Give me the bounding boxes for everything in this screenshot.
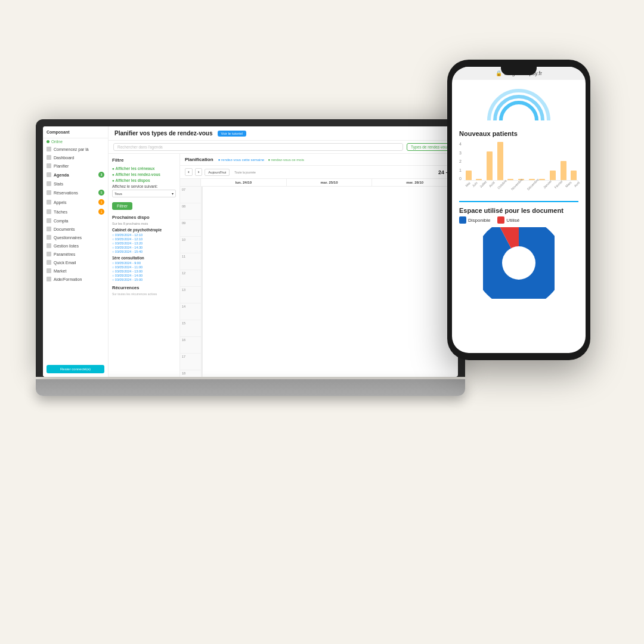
nav-next-button[interactable]: ›	[195, 168, 203, 176]
time-18: 18	[180, 370, 201, 377]
bar-jan-fill	[539, 179, 545, 180]
y-4: 4	[459, 142, 462, 146]
phone-outer: 🔒 magestionpsy.fr	[447, 60, 590, 360]
time-08: 08	[180, 203, 201, 220]
sidebar-brand: Composant	[43, 126, 108, 138]
sidebar-item-gestion[interactable]: Gestion listes	[43, 242, 108, 250]
sidebar-item-planifier[interactable]: Planifier	[43, 162, 108, 170]
xlabel-avril: Avril	[573, 181, 580, 188]
sidebar-item-dashboard[interactable]: Dashboard	[43, 153, 108, 162]
prochaines-section: Prochaines dispo Sur les 8 prochains moi…	[112, 215, 176, 296]
check-icon	[47, 209, 51, 214]
bar-mai-fill	[466, 171, 472, 180]
slot-c1[interactable]: ○ 03/05/2024 - 9:00	[112, 261, 176, 265]
filter-title: Filtre	[112, 157, 176, 163]
radial-svg	[483, 85, 555, 126]
sidebar-item-parametres[interactable]: Paramètres	[43, 250, 108, 258]
sidebar-item-reservations[interactable]: Réservations 5	[43, 188, 108, 197]
sidebar-item-market[interactable]: Market	[43, 267, 108, 275]
event-d2-pink[interactable]	[202, 304, 203, 327]
tutorial-button[interactable]: Voir le tutoriel	[218, 131, 246, 137]
filter-option-dispos[interactable]: ● Afficher les dispos	[112, 178, 176, 182]
today-button[interactable]: Aujourd'hui	[205, 169, 230, 176]
slot-2[interactable]: ○ 03/05/2024 - 12:10	[112, 237, 176, 241]
phone-screen: 🔒 magestionpsy.fr	[452, 67, 586, 353]
y-axis: 4 3 2 1 0	[459, 142, 462, 181]
sidebar-item-agenda[interactable]: Agenda 3	[43, 170, 108, 179]
online-dot	[47, 140, 49, 143]
y-0: 0	[459, 177, 462, 181]
time-column: 07 08 09 10 11 12 13 14 15 16	[180, 187, 201, 377]
slot-5[interactable]: ○ 03/05/2024 - 15:40	[112, 250, 176, 253]
sidebar-item-quickemail[interactable]: Quick Email	[43, 258, 108, 267]
sidebar-item-documents[interactable]: Documents	[43, 225, 108, 233]
radial-chart	[459, 85, 578, 126]
filter-panel: Filtre ● Afficher les créneaux ● Affiche…	[109, 154, 180, 377]
email-icon	[47, 260, 51, 265]
bar-juin-fill	[476, 179, 482, 180]
slot-4[interactable]: ○ 03/05/2024 - 14:30	[112, 246, 176, 249]
time-12: 12	[180, 270, 201, 287]
bar-fev-fill	[550, 171, 556, 180]
bar-oct	[506, 179, 516, 180]
rdv-type-selector[interactable]: Types de rendez-vous	[407, 143, 453, 151]
day-header-0: lun. 24/10	[201, 179, 287, 186]
page-title: Planifier vos types de rendez-vous	[114, 130, 213, 137]
sidebar-item-compta[interactable]: Compta	[43, 216, 108, 225]
category-cabinet: Cabinet de psychothérapie	[112, 228, 176, 232]
laptop-screen: Composant Online Commencez par là Dashbo…	[43, 126, 458, 377]
bar-juillet-fill	[487, 151, 493, 180]
filter-service-label: Affichez le service suivant:	[112, 184, 176, 188]
shop-icon	[47, 268, 51, 273]
time-10: 10	[180, 237, 201, 253]
slot-1[interactable]: ○ 03/05/2024 - 12:10	[112, 233, 176, 237]
xlabel-juillet: Juillet	[479, 180, 487, 188]
service-select[interactable]: Tous ▾	[112, 190, 176, 197]
patients-chart-section: Nouveaux patients 4 3 2 1 0	[459, 130, 578, 187]
calendar-plus-icon	[47, 163, 51, 168]
slot-c3[interactable]: ○ 03/05/2024 - 13:00	[112, 270, 176, 273]
time-11: 11	[180, 253, 201, 270]
bar-aout	[496, 142, 505, 180]
question-icon	[47, 235, 51, 240]
sidebar-item-aide[interactable]: Aide/Formation	[43, 275, 108, 283]
calendar-icon	[47, 172, 51, 177]
laptop: Composant Online Commencez par là Dashbo…	[36, 119, 465, 396]
filter-option-creneaux[interactable]: ● Afficher les créneaux	[112, 166, 176, 171]
sidebar-item-stats[interactable]: Stats	[43, 179, 108, 188]
grid-icon	[47, 155, 51, 160]
planning-nav: ‹ › Aujourd'hui Toute la journée 24 – 3	[180, 166, 458, 179]
search-row: Rechercher dans l'agenda Types de rendez…	[109, 141, 458, 154]
y-1: 1	[459, 168, 462, 172]
file-icon	[47, 227, 51, 231]
bar-mai	[464, 171, 473, 180]
slot-c4[interactable]: ○ 03/05/2024 - 14:00	[112, 274, 176, 277]
coin-icon	[47, 218, 51, 223]
prochaines-subtitle: Sur les 8 prochains mois	[112, 222, 176, 225]
phone-icon	[47, 200, 51, 205]
sidebar-item-commencez[interactable]: Commencez par là	[43, 145, 108, 153]
prochaines-title: Prochaines dispo	[112, 215, 176, 220]
slot-c2[interactable]: ○ 03/05/2024 - 11:00	[112, 265, 176, 269]
time-09: 09	[180, 220, 201, 237]
bar-mars-fill	[561, 161, 566, 180]
bar-juillet	[485, 151, 494, 180]
filter-button[interactable]: Filtrer	[112, 202, 132, 210]
time-15: 15	[180, 320, 201, 337]
bar-chart-wrapper: 4 3 2 1 0	[459, 142, 578, 187]
xlabel-jan: Janvier	[542, 179, 552, 190]
slot-3[interactable]: ○ 03/05/2024 - 13:20	[112, 242, 176, 245]
filter-option-rdv[interactable]: ● Afficher les rendez-vous	[112, 172, 176, 177]
sidebar-item-questionnaires[interactable]: Questionnaires	[43, 233, 108, 242]
stay-connected-button[interactable]: Rester connecté(e)	[47, 365, 104, 373]
sidebar-item-taches[interactable]: Tâches 1	[43, 207, 108, 216]
bar-oct-fill	[507, 179, 513, 180]
pie-svg	[483, 227, 555, 299]
patients-chart-title: Nouveaux patients	[459, 130, 578, 137]
calendar-day-headers: lun. 24/10 mar. 25/10 mer. 26/10	[180, 179, 458, 187]
slot-c5[interactable]: ○ 03/05/2024 - 15:00	[112, 278, 176, 281]
gear-icon	[47, 252, 51, 256]
agenda-search[interactable]: Rechercher dans l'agenda	[113, 143, 403, 151]
nav-prev-button[interactable]: ‹	[185, 168, 193, 176]
sidebar-item-appels[interactable]: Appels 1	[43, 197, 108, 207]
